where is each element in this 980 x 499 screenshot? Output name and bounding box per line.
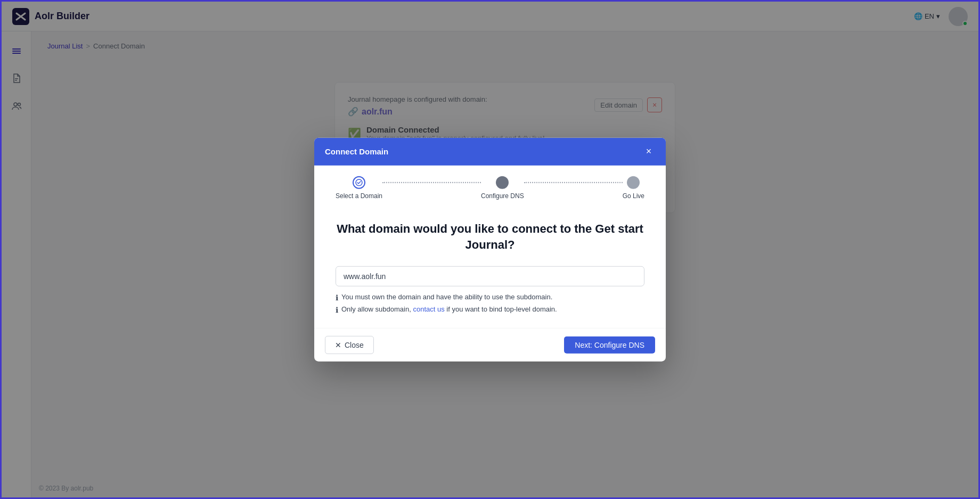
- modal-footer: ✕ Close Next: Configure DNS: [314, 328, 666, 362]
- close-label: Close: [345, 341, 364, 349]
- step-3-circle: [627, 176, 640, 189]
- background-page: Aolr Builder 🌐 EN ▾: [0, 0, 980, 499]
- contact-us-link[interactable]: contact us: [413, 305, 444, 313]
- hint-text-1: You must own the domain and have the abi…: [341, 293, 552, 301]
- info-icon-1: ℹ: [336, 293, 338, 302]
- step-1-circle: [353, 176, 365, 189]
- stepper: Select a Domain Configure DNS Go Live: [314, 165, 666, 204]
- hint-row-2: ℹ Only allow subdomain, contact us if yo…: [336, 305, 644, 314]
- close-x-icon: ✕: [335, 341, 341, 349]
- step-1-wrapper: Select a Domain: [336, 176, 382, 199]
- step-2-wrapper: Configure DNS: [481, 176, 524, 199]
- modal-question: What domain would you like to connect to…: [336, 220, 644, 253]
- modal-title: Connect Domain: [325, 147, 388, 156]
- step-2-label: Configure DNS: [481, 192, 524, 199]
- step-line-1: [382, 182, 481, 183]
- step-3-label: Go Live: [623, 192, 644, 199]
- step-1-label: Select a Domain: [336, 192, 382, 199]
- hint-text-2: Only allow subdomain, contact us if you …: [341, 305, 557, 313]
- hint-row-1: ℹ You must own the domain and have the a…: [336, 293, 644, 302]
- domain-input[interactable]: [336, 266, 644, 287]
- close-button[interactable]: ✕ Close: [325, 336, 374, 354]
- next-configure-dns-button[interactable]: Next: Configure DNS: [564, 337, 655, 354]
- connect-domain-modal: Connect Domain × Select a Domain Con: [314, 137, 666, 362]
- info-icon-2: ℹ: [336, 306, 338, 314]
- modal-close-button[interactable]: ×: [642, 145, 655, 158]
- step-line-2: [524, 182, 623, 183]
- step-2-circle: [496, 176, 509, 189]
- modal-body: What domain would you like to connect to…: [314, 204, 666, 328]
- check-icon: [355, 178, 363, 186]
- modal-header: Connect Domain ×: [314, 137, 666, 165]
- step-3-wrapper: Go Live: [623, 176, 644, 199]
